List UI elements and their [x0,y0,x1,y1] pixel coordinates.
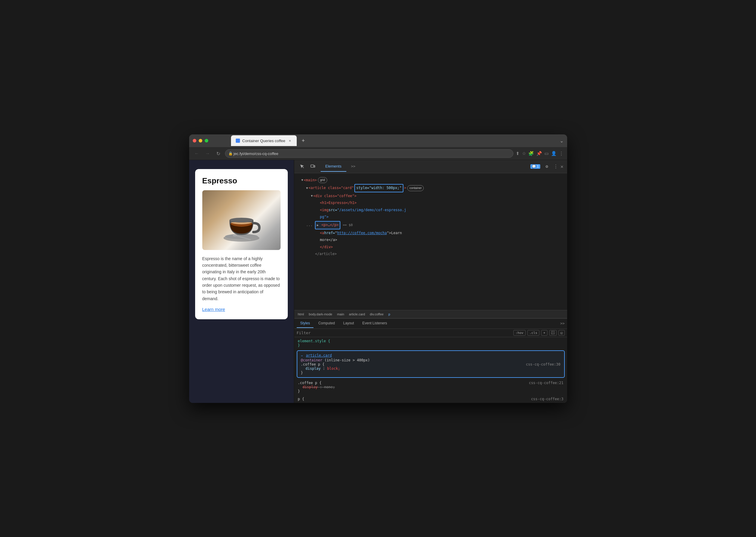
p-rule: p { css-cq-coffee:3 [294,395,567,403]
div-coffee-tag: <div class="coffee"> [313,193,357,199]
display-prop: display [306,366,321,371]
tab-title: Container Queries coffee [242,139,286,143]
layout-tab[interactable]: Layout [340,319,358,328]
toolbar-icons: ⬆ ☆ 🧩 📌 ▭ 👤 ⋮ [516,151,563,156]
browser-tab-active[interactable]: Container Queries coffee ✕ [231,135,297,146]
url-text: jec.fyi/demo/css-cq-coffee [234,151,279,156]
toggle-style-button[interactable]: ◱ [558,330,565,336]
tree-row-article[interactable]: ▼ <article class="card" style="width: 50… [297,184,565,193]
devtools-close-button[interactable]: ✕ [560,164,563,169]
dom-eq-marker: == $0 [343,222,353,228]
lock-icon: 🔒 [228,151,233,156]
tree-row-img[interactable]: <img src="/assets/img/demo/cof-espresso.… [297,207,565,214]
learn-more-link[interactable]: Learn more [202,307,225,312]
filter-actions: :hov .cls + ⿵ ◱ [513,330,564,336]
svg-point-4 [233,234,237,236]
svg-point-2 [230,218,253,223]
triangle-article[interactable]: ▼ [306,186,308,191]
share-icon[interactable]: ⬆ [516,151,520,156]
webpage-area: Espresso [189,160,294,403]
breadcrumb-body[interactable]: body.dark-mode [307,312,334,316]
filter-bar: Filter :hov .cls + ⿵ ◱ [294,329,567,337]
tab-close-button[interactable]: ✕ [288,139,292,143]
triangle-main[interactable]: ▼ [301,178,303,183]
style-attr-highlight: style="width: 500px;" [354,184,403,192]
element-style-selector: element.style { [298,339,330,343]
reload-button[interactable]: ↻ [214,149,223,158]
maximize-button[interactable] [205,139,208,143]
main-badge: grid [318,177,327,183]
address-input[interactable]: 🔒 jec.fyi/demo/css-cq-coffee [225,149,513,158]
coffee-image [202,190,281,250]
new-tab-button[interactable]: + [299,137,307,145]
tree-row-a-text[interactable]: more</a> [297,236,565,244]
p-tag-selected[interactable]: ▶ <p>…</p> [315,221,340,229]
cls-button[interactable]: .cls [527,330,540,336]
rule2-file: css-cq-coffee:30 [526,362,560,366]
more-style-tabs[interactable]: >> [560,321,564,326]
minimize-button[interactable] [199,139,202,143]
window-chevron: ⌄ [560,138,563,144]
mac-window: Container Queries coffee ✕ + ⌄ ← → ↻ 🔒 j… [189,134,567,403]
coffee-p-selector-2: .coffee p { [298,381,322,385]
settings-button[interactable]: ⚙ [543,162,551,171]
address-bar: ← → ↻ 🔒 jec.fyi/demo/css-cq-coffee ⬆ ☆ 🧩… [189,147,567,160]
extensions-icon[interactable]: 🧩 [528,151,534,156]
styles-tabs: Styles Computed Layout Event Listeners >… [294,319,567,329]
breadcrumb-html[interactable]: html [297,312,305,316]
device-toggle-button[interactable] [309,162,317,171]
ellipsis-dots: ... [306,222,313,228]
styles-panel: Styles Computed Layout Event Listeners >… [294,318,567,403]
menu-icon[interactable]: ⋮ [559,151,563,156]
breadcrumb-article[interactable]: article.card [348,312,366,316]
tree-row-img-cont[interactable]: pg"> [297,214,565,221]
coffee-p-rule-overridden: .coffee p { css-cq-coffee:21 display : n… [294,379,567,395]
filter-input[interactable] [313,331,511,335]
tree-row-div-close[interactable]: </div> [297,244,565,251]
tree-row-div-coffee[interactable]: ▼ <div class="coffee"> [297,193,565,200]
filter-label: Filter [297,331,311,335]
coffee-card: Espresso [195,169,288,319]
sidebar-icon[interactable]: ▭ [545,151,549,156]
event-listeners-tab[interactable]: Event Listeners [359,319,391,328]
tree-row-h1[interactable]: <h1>Espresso</h1> [297,199,565,207]
container-badge: container [407,185,424,191]
svg-rect-6 [314,165,315,167]
profile-icon[interactable]: 👤 [551,151,557,156]
element-style-rule: element.style { } [294,337,567,349]
computed-tab[interactable]: Computed [315,319,338,328]
close-button[interactable] [193,139,196,143]
overflow-menu[interactable]: ⋮ [554,164,558,169]
triangle-div[interactable]: ▼ [311,193,313,199]
rule4-file: css-cq-coffee:3 [531,397,563,401]
display-val-block: block; [327,366,340,371]
breadcrumb-main[interactable]: main [336,312,345,316]
more-tabs[interactable]: >> [349,164,358,168]
elements-tab[interactable]: Elements [321,161,346,172]
display-none-strikethrough: display : none; [303,385,335,389]
html-tree: ▼ <main> grid ▼ <article class="card" st… [294,176,567,259]
back-button[interactable]: ← [193,149,201,158]
bookmark-icon[interactable]: ☆ [522,151,526,156]
tree-row-ellipsis[interactable]: ... ▶ <p>…</p> == $0 [297,221,565,230]
inspect-element-button[interactable] [298,162,306,171]
forward-button[interactable]: → [203,149,212,158]
tree-row-article-close[interactable]: </article> [297,251,565,258]
hov-button[interactable]: :hov [513,330,526,336]
coffee-p-selector: .coffee p { [301,362,325,366]
elements-panel: ▼ <main> grid ▼ <article class="card" st… [294,173,567,310]
styles-tab[interactable]: Styles [297,319,314,328]
tree-row-main[interactable]: ▼ <main> grid [297,177,565,184]
devtools-toolbar: Elements >> 💬 1 ⚙ ⋮ ✕ [294,160,567,173]
pin-icon[interactable]: 📌 [536,151,542,156]
tree-row-a[interactable]: <a href="http://coffee.com/mocha">Learn [297,230,565,237]
article-card-selector-link[interactable]: article.card [306,353,332,357]
h1-tag: <h1>Espresso</h1> [320,200,357,206]
breadcrumb-div-coffee[interactable]: div.coffee [369,312,385,316]
copy-style-button[interactable]: ⿵ [549,330,557,336]
chat-badge: 💬 1 [530,164,540,169]
browser-content: Espresso [189,160,567,403]
breadcrumb-p[interactable]: p [387,312,391,316]
tab-favicon [236,139,240,143]
add-style-button[interactable]: + [541,330,548,336]
